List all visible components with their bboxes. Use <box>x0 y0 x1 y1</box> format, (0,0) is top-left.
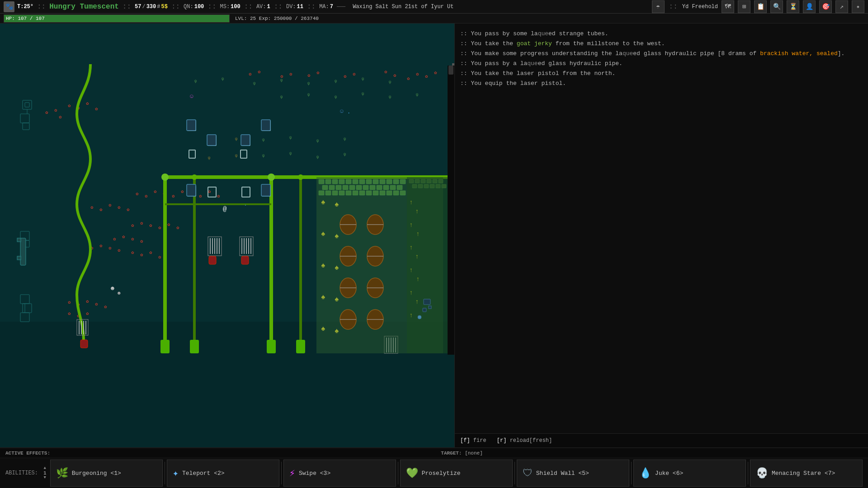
svg-text:✿: ✿ <box>45 111 48 115</box>
message-line-5: :: You take the laser pistol from the no… <box>460 69 863 79</box>
svg-text:♠: ♠ <box>335 296 339 304</box>
ability-swipe[interactable]: ⚡ Swipe <3> <box>283 460 396 487</box>
svg-rect-254 <box>424 299 430 305</box>
svg-rect-166 <box>370 185 375 190</box>
svg-rect-181 <box>387 191 392 195</box>
svg-text:✿: ✿ <box>86 102 89 106</box>
action-button[interactable]: ✦ <box>852 0 864 13</box>
svg-text:✿: ✿ <box>140 239 143 244</box>
svg-text:✿: ✿ <box>90 206 94 210</box>
svg-rect-258 <box>448 66 454 355</box>
qn-stat: QN: 100 <box>184 4 204 10</box>
svg-text:♠: ♠ <box>321 198 326 206</box>
svg-rect-158 <box>400 179 406 184</box>
target-button[interactable]: 🎯 <box>819 0 832 13</box>
location-label: Yd Freehold <box>682 4 718 10</box>
svg-rect-208 <box>418 184 423 188</box>
svg-text:✿: ✿ <box>68 312 71 316</box>
hp-fill: HP: 107 / 107 <box>4 15 229 22</box>
ability-burgeoning[interactable]: 🌿 Burgeoning <1> <box>50 460 163 487</box>
svg-text:✿: ✿ <box>95 302 98 306</box>
search-button[interactable]: 🔍 <box>770 0 783 13</box>
svg-rect-209 <box>424 184 429 188</box>
dv-stat: DV: 11 <box>286 4 303 10</box>
svg-point-102 <box>298 174 303 180</box>
ability-teleport[interactable]: ✦ Teleport <2> <box>167 460 279 487</box>
area-button[interactable]: ⊞ <box>738 0 750 13</box>
svg-text:✿: ✿ <box>86 312 89 316</box>
svg-text:✿: ✿ <box>176 226 179 230</box>
bottom-area: ACTIVE EFFECTS: TARGET: [none] ABILITIES… <box>0 447 868 488</box>
svg-rect-155 <box>380 179 385 184</box>
svg-text:↑: ↑ <box>409 221 413 229</box>
time-button[interactable]: ⏳ <box>787 0 799 13</box>
level-selector[interactable]: ▲ 1 ▼ <box>43 466 47 480</box>
svg-text:ψ: ψ <box>280 78 283 83</box>
target-section: TARGET: [none] <box>441 450 482 456</box>
message-line-6: :: You equip the laser pistol. <box>460 79 863 89</box>
ms-stat: MS: 100 <box>220 4 241 10</box>
svg-rect-256 <box>429 306 431 309</box>
ability-menacing-stare[interactable]: 💀 Menacing Stare <7> <box>750 460 863 487</box>
svg-text:ψ: ψ <box>289 151 292 156</box>
svg-text:✿: ✿ <box>181 190 184 194</box>
move-button[interactable]: ↗ <box>835 0 848 13</box>
char-button[interactable]: 👤 <box>803 0 816 13</box>
ability-proselytize[interactable]: 💚 Proselytize <box>400 460 513 487</box>
svg-rect-147 <box>326 179 331 184</box>
svg-text:☻: ☻ <box>118 291 121 296</box>
svg-rect-173 <box>332 191 338 195</box>
teleport-icon: ✦ <box>173 467 179 479</box>
game-canvas[interactable]: ✿✿ ✿✿ ✿✿ ✿✿ ✿✿ ✿✿ ✿✿ ✿✿ ✿✿ ✿✿ ✿✿ ✿✿ ✿✿ ✿… <box>0 23 454 447</box>
svg-rect-150 <box>346 179 351 184</box>
ability-juke[interactable]: 💧 Juke <6> <box>633 460 746 487</box>
divider-1 <box>165 462 165 484</box>
svg-text:✿: ✿ <box>158 226 161 230</box>
inv-button[interactable]: 📋 <box>754 0 767 13</box>
ability-shield-wall[interactable]: 🛡 Shield Wall <5> <box>517 460 629 487</box>
divider-6 <box>748 462 748 484</box>
ability-burgeoning-label: Burgeoning <1> <box>72 470 121 477</box>
hp-bar-container: HP: 107 / 107 <box>4 14 230 23</box>
ma-stat: MA: 7 <box>319 4 333 10</box>
svg-text:✿: ✿ <box>353 72 356 76</box>
svg-point-100 <box>192 174 197 180</box>
svg-text:✿: ✿ <box>384 70 387 74</box>
level-down-arrow[interactable]: ▼ <box>44 476 46 480</box>
message-line-4: :: You pass by a laqueed glass hydraulic… <box>460 59 863 69</box>
svg-rect-171 <box>319 191 324 195</box>
svg-text:ψ: ψ <box>289 136 292 140</box>
shield-wall-icon: 🛡 <box>523 467 533 479</box>
svg-text:ψ: ψ <box>344 137 346 141</box>
hp-text: HP: 107 / 107 <box>6 16 45 21</box>
message-line-3: :: You make some progress understanding … <box>460 49 863 59</box>
hp-stat: 57 / 330# 5$ <box>135 4 168 10</box>
svg-rect-177 <box>359 191 365 195</box>
reload-label: reload[fresh] <box>510 437 552 444</box>
svg-text:✿: ✿ <box>249 72 252 76</box>
svg-point-101 <box>268 174 275 181</box>
svg-text:✿: ✿ <box>95 107 98 111</box>
svg-rect-260 <box>448 66 453 75</box>
svg-text:↑: ↑ <box>409 199 413 206</box>
map-button[interactable]: 🗺 <box>722 0 734 13</box>
umbrella-icon[interactable]: ☂ <box>652 0 665 13</box>
svg-text:ψ: ψ <box>389 80 391 84</box>
svg-rect-144 <box>80 340 88 348</box>
top-status-bar: 🐾 T:25° :: Hungry Tumescent :: 57 / 330#… <box>0 0 868 14</box>
svg-text:↑: ↑ <box>409 267 413 274</box>
svg-rect-252 <box>17 238 21 242</box>
svg-text:✿: ✿ <box>145 194 148 198</box>
svg-text:✿: ✿ <box>434 71 437 75</box>
svg-text:✿: ✿ <box>108 203 112 207</box>
svg-text:✿: ✿ <box>208 190 211 194</box>
effects-label: ACTIVE EFFECTS: <box>5 450 50 456</box>
svg-text:♠: ♠ <box>321 230 326 238</box>
divider-4 <box>514 462 515 484</box>
divider-5 <box>631 462 632 484</box>
svg-rect-146 <box>319 179 324 184</box>
effects-bar: ACTIVE EFFECTS: TARGET: [none] <box>0 448 868 458</box>
svg-text:✿: ✿ <box>316 71 320 75</box>
level-up-arrow[interactable]: ▲ <box>44 466 46 470</box>
player-character: @ <box>223 206 227 213</box>
